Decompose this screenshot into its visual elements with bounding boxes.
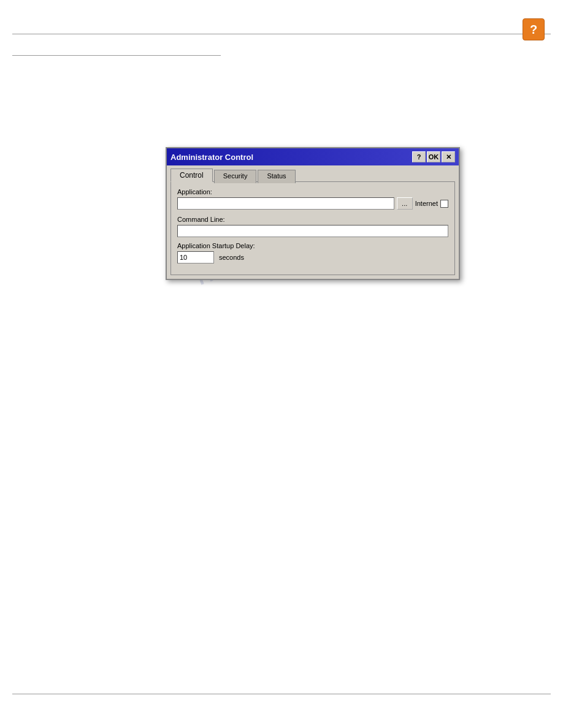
dialog-ok-button[interactable]: OK — [427, 151, 440, 162]
startup-row: seconds — [177, 251, 448, 264]
application-row: ... Internet — [177, 197, 448, 210]
command-line-label: Command Line: — [177, 216, 448, 223]
help-icon[interactable]: ? — [523, 18, 545, 40]
browse-button[interactable]: ... — [397, 197, 413, 210]
tab-control[interactable]: Control — [170, 169, 213, 182]
command-line-group: Command Line: — [177, 216, 448, 237]
bottom-rule — [12, 694, 551, 694]
dialog-help-button[interactable]: ? — [412, 151, 426, 162]
application-input[interactable] — [177, 197, 394, 210]
command-line-input[interactable] — [177, 225, 448, 237]
top-rule — [12, 34, 551, 34]
tab-status[interactable]: Status — [258, 170, 295, 183]
admin-control-dialog: Administrator Control ? OK ✕ Control Sec… — [166, 147, 460, 280]
startup-unit: seconds — [219, 254, 244, 261]
startup-delay-label: Application Startup Delay: — [177, 242, 448, 249]
application-group: Application: ... Internet — [177, 188, 448, 210]
dialog-controls: ? OK ✕ — [412, 151, 455, 162]
sub-rule — [12, 55, 221, 56]
internet-label: Internet — [415, 200, 438, 207]
help-icon-container: ? — [523, 18, 545, 40]
dialog-body: Application: ... Internet Command Line: … — [170, 181, 455, 275]
dialog-tabs: Control Security Status — [167, 165, 459, 181]
dialog-titlebar: Administrator Control ? OK ✕ — [167, 148, 459, 165]
internet-checkbox[interactable] — [440, 200, 448, 208]
startup-delay-group: Application Startup Delay: seconds — [177, 242, 448, 264]
dialog-title: Administrator Control — [170, 153, 253, 162]
tab-security[interactable]: Security — [214, 170, 257, 183]
dialog-close-button[interactable]: ✕ — [442, 151, 455, 162]
application-label: Application: — [177, 188, 448, 195]
startup-delay-input[interactable] — [177, 251, 214, 264]
